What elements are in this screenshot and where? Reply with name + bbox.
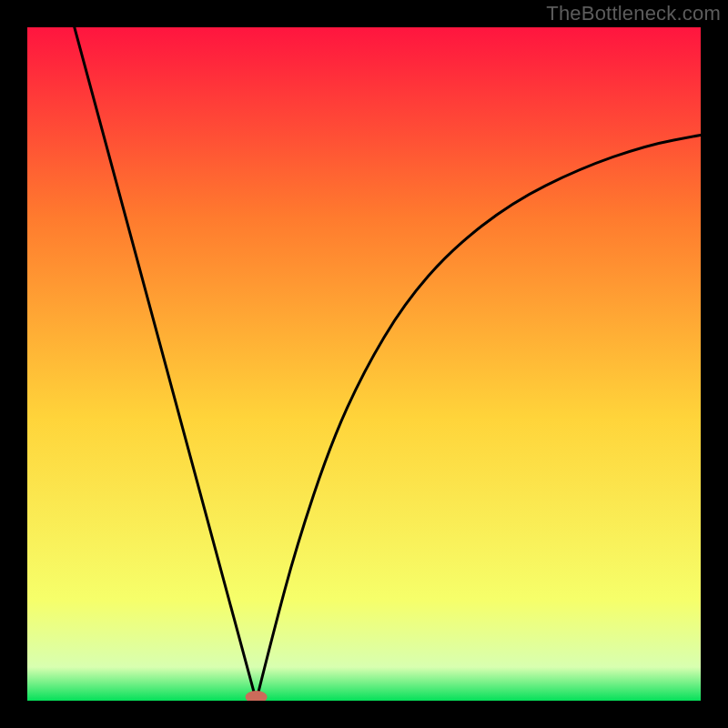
chart-frame: TheBottleneck.com — [0, 0, 728, 728]
watermark-text: TheBottleneck.com — [546, 2, 721, 25]
bottleneck-chart — [27, 27, 701, 701]
chart-background-gradient — [27, 27, 701, 701]
